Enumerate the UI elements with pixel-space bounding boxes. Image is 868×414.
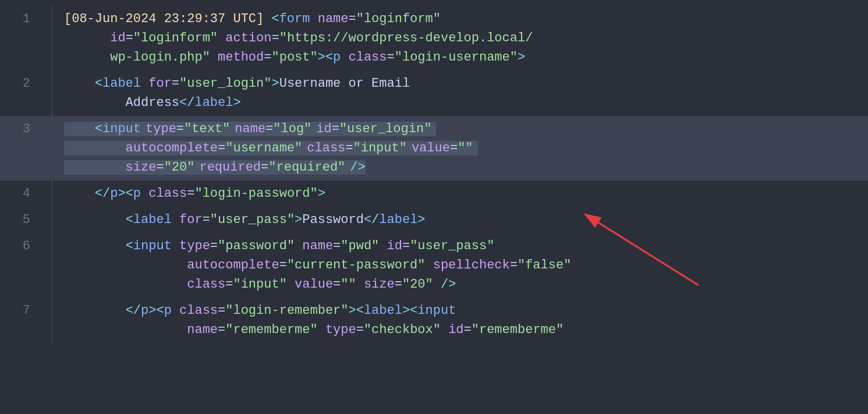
line-gutter-3 [41, 116, 52, 181]
line-content-2: <label for="user_login">Username or Emai… [57, 70, 868, 116]
code-line-5: 5 <label for="user_pass">Password</label… [0, 207, 868, 233]
line-number-1: 1 [0, 6, 41, 32]
timestamp: [08-Jun-2024 23:29:37 UTC] [64, 12, 264, 26]
line-number-2: 2 [0, 70, 41, 97]
line-content-3: <input·type="text"·name="log"·id="user_l… [57, 116, 868, 181]
tag-form: form [279, 12, 310, 26]
code-editor: 1 [08-Jun-2024 23:29:37 UTC] <form name=… [0, 0, 868, 414]
line-content-5: <label for="user_pass">Password</label> [57, 207, 868, 233]
code-line-6: 6 <input type="password" name="pwd" id="… [0, 233, 868, 298]
selected-text: <input·type="text"·name="log"·id="user_l… [64, 122, 478, 175]
code-line-4: 4 </p><p class="login-password"> [0, 181, 868, 207]
line-number-6: 6 [0, 233, 41, 259]
line-content-7: </p><p class="login-remember"><label><in… [57, 298, 868, 343]
code-line-7: 7 </p><p class="login-remember"><label><… [0, 298, 868, 343]
line-gutter-5 [41, 207, 52, 233]
line-number-3: 3 [0, 116, 41, 142]
code-line-1: 1 [08-Jun-2024 23:29:37 UTC] <form name=… [0, 6, 868, 70]
line-content-1: [08-Jun-2024 23:29:37 UTC] <form name="l… [57, 6, 868, 70]
line-gutter-2 [41, 70, 52, 116]
attr-value: "loginform" [356, 12, 441, 26]
line-number-7: 7 [0, 298, 41, 324]
open-bracket: < [271, 12, 279, 26]
line-content-4: </p><p class="login-password"> [57, 181, 868, 207]
code-line-3: 3 <input·type="text"·name="log"·id="user… [0, 116, 868, 181]
attr-name: name [318, 12, 349, 26]
line-gutter-7 [41, 298, 52, 343]
line-content-6: <input type="password" name="pwd" id="us… [57, 233, 868, 298]
line-number-5: 5 [0, 207, 41, 233]
line-number-4: 4 [0, 181, 41, 207]
code-line-2: 2 <label for="user_login">Username or Em… [0, 70, 868, 116]
line-gutter-1 [41, 6, 52, 70]
line-gutter-6 [41, 233, 52, 298]
line-gutter-4 [41, 181, 52, 207]
